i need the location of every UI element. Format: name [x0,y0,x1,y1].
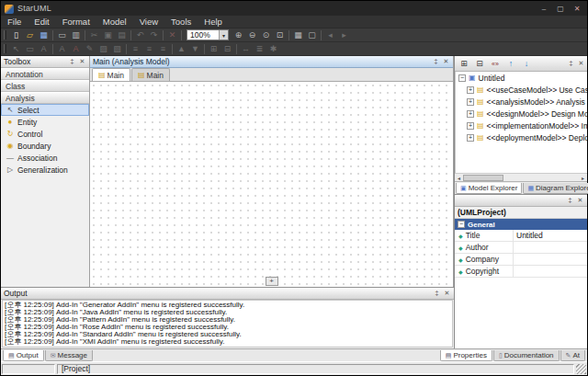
save-icon[interactable]: ▦ [37,29,51,41]
zoom-actual-icon[interactable]: ⊙ [259,29,273,41]
property-value-field[interactable] [514,242,587,253]
diagram-tab-main-2[interactable]: ▤ Main [131,68,170,81]
copy-icon[interactable]: ▣ [101,29,115,41]
redo-icon[interactable]: ↷ [147,29,161,41]
menu-tools[interactable]: Tools [164,16,198,28]
line-color-icon[interactable]: ✎ [83,43,96,55]
zoom-combobox[interactable]: 100% ▾ [187,29,229,40]
scroll-left-icon[interactable]: ◂ [455,175,463,181]
property-value-field[interactable] [514,266,587,277]
expand-toggle[interactable]: + [467,122,474,130]
resize-grip[interactable] [576,364,586,374]
close-icon[interactable]: ✕ [442,57,450,66]
pin-icon[interactable]: ‡ [567,59,575,68]
properties-group-general[interactable]: − General [455,219,587,230]
overview-icon[interactable]: ▢ [305,29,319,41]
toolbar-grip[interactable] [4,44,6,53]
note-icon[interactable]: ▭ [23,43,37,55]
font-icon[interactable]: A [55,43,69,55]
expand-toggle[interactable]: + [467,110,474,118]
tree-item-design-model[interactable]: + ▤ <<designModel>> Design Model [456,108,587,120]
menu-model[interactable]: Model [96,16,133,28]
move-up-icon[interactable]: ↑ [503,57,518,70]
align-right-icon[interactable]: ≡ [156,43,170,55]
pin-icon[interactable]: ‡ [432,57,440,66]
scroll-right-icon[interactable]: ▸ [579,175,587,181]
group-icon[interactable]: ⊞ [207,43,220,55]
toolbar-grip[interactable] [4,30,6,40]
close-icon[interactable]: ✕ [78,57,86,66]
close-icon[interactable]: ✕ [577,59,585,68]
scrollbar-thumb[interactable] [463,175,503,181]
tool-select[interactable]: ↖ Select [1,104,89,116]
menu-format[interactable]: Format [56,16,96,28]
tool-generalization[interactable]: ▷ Generalization [1,164,89,176]
align-left-icon[interactable]: ≡ [129,43,142,55]
zoom-out-icon[interactable]: ⊖ [245,29,259,41]
expand-all-icon[interactable]: ⊞ [457,57,471,70]
zoom-in-icon[interactable]: ⊕ [232,29,245,41]
ungroup-icon[interactable]: ⊟ [220,43,234,55]
fill-color-icon[interactable]: ▨ [96,43,110,55]
text-icon[interactable]: A [37,43,51,55]
property-value-field[interactable]: Untitled [514,230,587,241]
tool-association[interactable]: — Association [1,152,89,164]
menu-view[interactable]: View [133,16,164,28]
tree-item-usecase-model[interactable]: + ▤ <<useCaseModel>> Use Case Model [456,84,587,96]
zoom-fit-icon[interactable]: ⊡ [273,29,287,41]
print-preview-icon[interactable]: ▥ [69,29,83,41]
auto-layout-icon[interactable]: ≣ [253,43,266,55]
menu-edit[interactable]: Edit [28,16,55,28]
menu-file[interactable]: File [1,16,28,28]
expand-toggle[interactable]: + [467,98,474,106]
cut-icon[interactable]: ✂ [87,29,101,41]
delete-icon[interactable]: ✕ [165,29,179,41]
new-icon[interactable]: ▯ [9,29,23,41]
diagram-canvas[interactable]: + [90,82,453,287]
property-value-field[interactable] [514,254,587,265]
send-to-back-icon[interactable]: ▼ [188,43,202,55]
close-icon[interactable]: ✕ [443,289,451,298]
tab-message[interactable]: ✉ Message [45,350,93,361]
close-button[interactable]: ✕ [569,3,585,15]
undo-icon[interactable]: ↶ [133,29,147,41]
select-pointer-icon[interactable]: ↖ [9,43,23,55]
next-diagram-icon[interactable]: ▸ [337,29,351,41]
pin-icon[interactable]: ‡ [566,196,574,205]
open-icon[interactable]: ▱ [23,29,37,41]
tool-boundary[interactable]: ◉ Boundary [1,140,89,152]
tab-model-explorer[interactable]: ▣ Model Explorer [456,183,522,194]
collapse-all-icon[interactable]: ⊟ [472,57,487,70]
menu-help[interactable]: Help [198,16,229,28]
show-stereotype-icon[interactable]: «» [488,57,503,70]
toolbox-section-annotation[interactable]: Annotation [1,68,89,80]
expand-toggle[interactable]: + [467,86,474,94]
toolbox-section-analysis[interactable]: Analysis [1,92,89,104]
pin-icon[interactable]: ‡ [68,57,76,66]
chevron-down-icon[interactable]: ▾ [219,30,228,40]
options-icon[interactable]: ✱ [266,43,280,55]
close-icon[interactable]: ✕ [576,196,584,205]
tree-item-project[interactable]: − ▣ Untitled [456,72,587,84]
pin-icon[interactable]: ‡ [433,289,441,298]
font-color-icon[interactable]: A [69,43,83,55]
tab-output[interactable]: ▤ Output [3,350,44,361]
tab-diagram-explorer[interactable]: ▦ Diagram Explorer [523,183,588,194]
paste-icon[interactable]: ▤ [115,29,129,41]
tab-attachments[interactable]: ✎ At [560,350,585,361]
tool-entity[interactable]: ● Entity [1,116,89,128]
diagram-tab-main-1[interactable]: ▤ Main [92,68,130,81]
prev-diagram-icon[interactable]: ◂ [323,29,337,41]
tree-item-implementation-model[interactable]: + ▤ <<implementationModel>> Implementati… [456,120,587,131]
expand-toggle[interactable]: − [458,221,465,228]
align-center-icon[interactable]: ≡ [142,43,156,55]
tab-documentation[interactable]: ▯ Documentation [493,350,560,361]
expand-toggle[interactable]: + [467,134,474,142]
tree-item-analysis-model[interactable]: + ▤ <<analysisModel>> Analysis Model [456,96,587,108]
shadow-icon[interactable]: ▧ [110,43,124,55]
canvas-nav-button[interactable]: + [266,277,278,286]
move-down-icon[interactable]: ↓ [519,57,534,70]
tab-properties[interactable]: ▤ Properties [440,350,492,361]
tool-control[interactable]: ↻ Control [1,128,89,140]
bring-to-front-icon[interactable]: ▲ [175,43,188,55]
